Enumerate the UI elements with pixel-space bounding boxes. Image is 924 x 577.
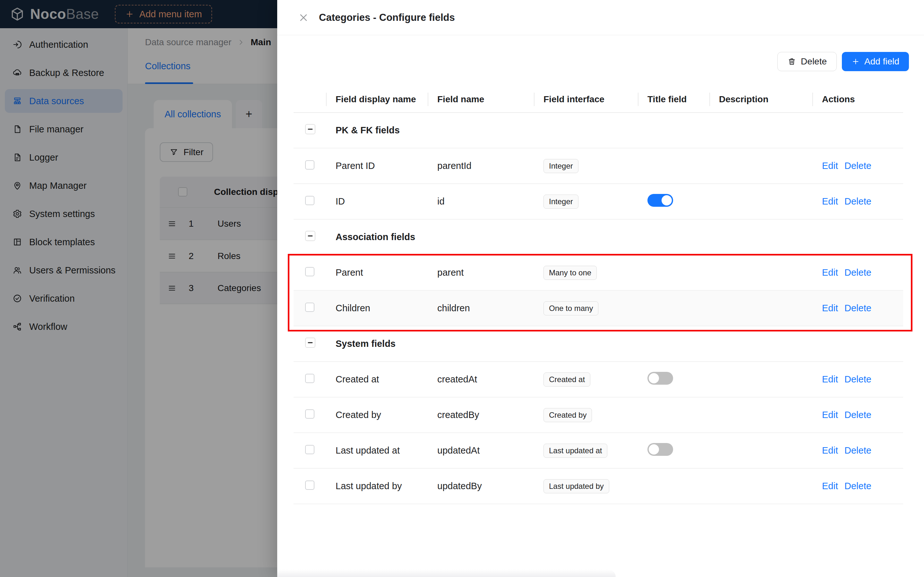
- row-actions: EditDelete: [822, 268, 903, 278]
- field-row-parentId: Parent IDparentIdIntegerEditDelete: [294, 148, 903, 184]
- row-actions: EditDelete: [822, 303, 903, 314]
- row-actions: EditDelete: [822, 481, 903, 492]
- field-name: createdBy: [437, 410, 543, 420]
- title-field-cell: [648, 372, 719, 387]
- field-row-updatedBy: Last updated byupdatedByLast updated byE…: [294, 469, 903, 504]
- field-row-createdBy: Created bycreatedByCreated byEditDelete: [294, 398, 903, 433]
- column-field-interface: Field interface: [543, 94, 648, 105]
- row-checkbox[interactable]: [305, 445, 314, 454]
- field-name: createdAt: [437, 374, 543, 385]
- title-field-toggle[interactable]: [648, 443, 673, 456]
- edit-link[interactable]: Edit: [822, 303, 838, 314]
- add-field-button[interactable]: Add field: [842, 52, 909, 71]
- title-field-cell: [648, 443, 719, 458]
- edit-link[interactable]: Edit: [822, 410, 838, 420]
- field-row-updatedAt: Last updated atupdatedAtLast updated atE…: [294, 433, 903, 469]
- row-actions: EditDelete: [822, 445, 903, 456]
- field-row-parent: ParentparentMany to oneEditDelete: [294, 255, 903, 291]
- row-checkbox[interactable]: [305, 160, 314, 169]
- field-interface-tag: Many to one: [543, 266, 597, 280]
- column-actions: Actions: [822, 94, 903, 105]
- close-icon[interactable]: [298, 12, 309, 23]
- fields-table: Field display name Field name Field inte…: [294, 87, 903, 504]
- collapse-group-icon[interactable]: [305, 231, 315, 241]
- column-description: Description: [719, 94, 822, 105]
- field-row-id: IDidIntegerEditDelete: [294, 184, 903, 219]
- column-field-display-name: Field display name: [336, 94, 437, 105]
- field-group-label: PK & FK fields: [336, 125, 903, 135]
- edit-link[interactable]: Edit: [822, 196, 838, 207]
- field-name: parentId: [437, 161, 543, 171]
- field-interface-tag: Created by: [543, 408, 592, 422]
- close-icon: [298, 12, 309, 23]
- delete-link[interactable]: Delete: [845, 410, 871, 420]
- field-display-name: Last updated by: [336, 481, 437, 492]
- row-actions: EditDelete: [822, 410, 903, 420]
- configure-fields-drawer: Categories - Configure fields Delete Add…: [277, 0, 924, 577]
- trash-icon: [787, 57, 796, 66]
- field-interface-tag: One to many: [543, 301, 598, 316]
- row-actions: EditDelete: [822, 374, 903, 385]
- column-title-field: Title field: [648, 94, 719, 105]
- edit-link[interactable]: Edit: [822, 268, 838, 278]
- field-display-name: Parent: [336, 268, 437, 278]
- row-checkbox[interactable]: [305, 303, 314, 312]
- title-field-toggle[interactable]: [648, 194, 673, 207]
- fields-table-header: Field display name Field name Field inte…: [294, 87, 903, 113]
- field-interface-tag: Created at: [543, 372, 590, 387]
- plus-icon: [851, 57, 860, 66]
- app-root: NocoBase Add menu item AuthenticationBac…: [0, 0, 924, 577]
- edit-link[interactable]: Edit: [822, 445, 838, 456]
- delete-link[interactable]: Delete: [845, 196, 871, 207]
- field-display-name: Created at: [336, 374, 437, 385]
- title-field-cell: [648, 194, 719, 209]
- delete-link[interactable]: Delete: [845, 268, 871, 278]
- delete-link[interactable]: Delete: [845, 161, 871, 171]
- field-interface-tag: Integer: [543, 159, 578, 173]
- field-group-row: Association fields: [294, 219, 903, 255]
- field-display-name: Children: [336, 303, 437, 314]
- field-interface-tag: Last updated by: [543, 479, 609, 493]
- trash-icon: [787, 57, 796, 66]
- row-actions: EditDelete: [822, 161, 903, 171]
- drawer-header: Categories - Configure fields: [277, 0, 924, 35]
- field-name: parent: [437, 268, 543, 278]
- delete-link[interactable]: Delete: [845, 481, 871, 492]
- edit-link[interactable]: Edit: [822, 481, 838, 492]
- delete-link[interactable]: Delete: [845, 303, 871, 314]
- field-row-createdAt: Created atcreatedAtCreated atEditDelete: [294, 362, 903, 398]
- field-name: id: [437, 196, 543, 207]
- field-group-row: System fields: [294, 326, 903, 362]
- field-display-name: Parent ID: [336, 161, 437, 171]
- edit-link[interactable]: Edit: [822, 161, 838, 171]
- edit-link[interactable]: Edit: [822, 374, 838, 385]
- field-name: updatedBy: [437, 481, 543, 492]
- field-display-name: ID: [336, 196, 437, 207]
- delete-button[interactable]: Delete: [777, 52, 837, 71]
- row-checkbox[interactable]: [305, 409, 314, 419]
- drawer-bottom-shadow: [277, 569, 615, 577]
- collapse-group-icon[interactable]: [305, 338, 315, 348]
- delete-button-label: Delete: [801, 56, 827, 67]
- row-checkbox[interactable]: [305, 267, 314, 276]
- add-field-button-label: Add field: [864, 56, 899, 67]
- title-field-toggle[interactable]: [648, 372, 673, 385]
- field-display-name: Last updated at: [336, 445, 437, 456]
- row-checkbox[interactable]: [305, 480, 314, 490]
- column-field-name: Field name: [437, 94, 543, 105]
- field-interface-tag: Last updated at: [543, 444, 607, 458]
- field-group-label: Association fields: [336, 232, 903, 242]
- field-name: updatedAt: [437, 445, 543, 456]
- row-actions: EditDelete: [822, 196, 903, 207]
- row-checkbox[interactable]: [305, 374, 314, 383]
- field-display-name: Created by: [336, 410, 437, 420]
- collapse-group-icon[interactable]: [305, 124, 315, 134]
- row-checkbox[interactable]: [305, 196, 314, 205]
- field-interface-tag: Integer: [543, 195, 578, 209]
- plus-icon: [851, 57, 860, 66]
- field-row-children: ChildrenchildrenOne to manyEditDelete: [294, 291, 903, 326]
- delete-link[interactable]: Delete: [845, 445, 871, 456]
- field-group-row: PK & FK fields: [294, 113, 903, 148]
- drawer-title: Categories - Configure fields: [319, 12, 455, 23]
- delete-link[interactable]: Delete: [845, 374, 871, 385]
